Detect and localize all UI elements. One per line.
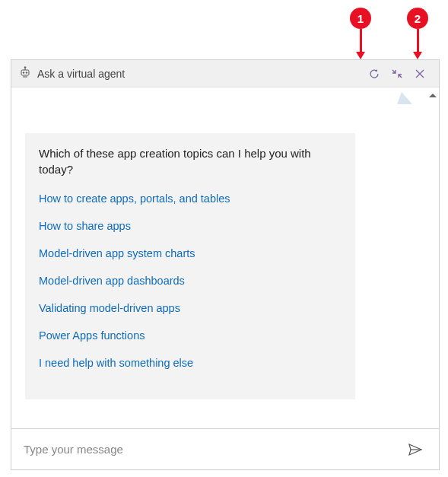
svg-point-3 [23,72,24,74]
bot-message-card: Which of these app creation topics can I… [25,133,355,399]
scroll-up-icon [429,94,437,97]
topic-link[interactable]: I need help with something else [39,357,342,369]
chat-title: Ask a virtual agent [37,68,363,80]
callout-number: 1 [350,8,371,29]
chat-header: Ask a virtual agent [11,60,439,87]
refresh-icon [368,68,380,80]
virtual-agent-chat-window: Ask a virtual agent [11,59,440,470]
scrollbar[interactable] [427,94,439,398]
close-icon [415,68,425,79]
send-icon [408,442,423,457]
topic-link[interactable]: How to create apps, portals, and tables [39,192,342,205]
message-input[interactable] [24,443,404,456]
topic-link[interactable]: How to share apps [39,220,342,232]
chat-input-area [11,428,439,469]
annotation-callout-1: 1 [350,8,371,29]
topic-link[interactable]: Model-driven app system charts [39,247,342,259]
close-button[interactable] [408,62,431,85]
bot-icon [19,66,31,81]
annotation-callout-2: 2 [407,8,428,29]
topic-link[interactable]: Model-driven app dashboards [39,275,342,287]
svg-point-4 [26,72,27,74]
svg-point-2 [24,67,26,68]
callout-number: 2 [407,8,428,29]
topic-link[interactable]: Validating model-driven apps [39,302,342,314]
send-button[interactable] [404,438,427,461]
collapse-icon [391,68,403,80]
speech-tail-icon [397,92,417,104]
minimize-button[interactable] [386,62,408,85]
svg-rect-0 [21,70,29,75]
refresh-button[interactable] [363,62,386,85]
topic-link[interactable]: Power Apps functions [39,329,342,342]
bot-question-text: Which of these app creation topics can I… [39,145,342,177]
chat-body: Which of these app creation topics can I… [11,87,439,428]
